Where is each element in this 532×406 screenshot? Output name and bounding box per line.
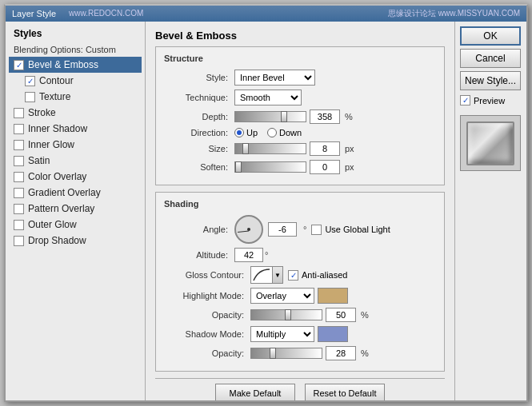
cancel-button[interactable]: Cancel — [460, 49, 521, 68]
title-bar-text: Layer Style — [12, 9, 56, 18]
shadow-opacity-input[interactable] — [326, 346, 356, 360]
direction-down-radio[interactable] — [267, 128, 277, 137]
main-content: Styles Blending Options: Custom ✓ Bevel … — [6, 22, 526, 400]
preview-area — [460, 115, 521, 171]
layer-item-pattern-overlay[interactable]: Pattern Overlay — [9, 201, 142, 217]
direction-label: Direction: — [164, 128, 228, 137]
style-row: Style: Inner Bevel Outer Bevel Emboss Pi… — [164, 70, 436, 86]
layer-style-dialog: Layer Style www.REDOCN.COM 思缘设计论坛 www.MI… — [4, 4, 528, 402]
blending-options[interactable]: Blending Options: Custom — [9, 42, 142, 57]
checkbox-stroke[interactable] — [14, 108, 24, 118]
center-panel: Bevel & Emboss Structure Style: Inner Be… — [146, 22, 454, 400]
direction-up-radio[interactable] — [234, 128, 244, 137]
checkbox-color-overlay[interactable] — [14, 172, 24, 182]
gloss-contour-preview[interactable] — [250, 266, 273, 284]
bottom-buttons: Make Default Reset to Default — [155, 378, 445, 400]
angle-input[interactable] — [268, 222, 297, 237]
layer-item-inner-glow[interactable]: Inner Glow — [9, 137, 142, 153]
checkbox-gradient-overlay[interactable] — [14, 188, 24, 198]
make-default-button[interactable]: Make Default — [215, 384, 295, 400]
shadow-opacity-slider-container: % — [250, 346, 369, 360]
technique-select[interactable]: Smooth Chisel Hard Chisel Soft — [234, 90, 302, 105]
layer-item-contour[interactable]: ✓ Contour — [9, 73, 142, 89]
checkbox-inner-glow[interactable] — [14, 140, 24, 150]
gloss-contour-dropdown[interactable]: ▼ — [272, 266, 283, 284]
size-unit: px — [345, 144, 354, 153]
highlight-mode-label: Highlight Mode: — [164, 291, 244, 301]
size-slider-container: px — [234, 141, 354, 156]
shadow-opacity-slider[interactable] — [250, 348, 322, 359]
checkbox-satin[interactable] — [14, 156, 24, 166]
soften-unit: px — [345, 162, 354, 172]
altitude-input[interactable] — [234, 248, 263, 262]
highlight-mode-row: Highlight Mode: Overlay Screen Normal — [164, 288, 436, 304]
ok-button[interactable]: OK — [460, 26, 521, 46]
highlight-color-swatch[interactable] — [318, 288, 348, 304]
direction-up-item[interactable]: Up — [234, 128, 258, 137]
altitude-label: Altitude: — [164, 250, 228, 260]
technique-label: Technique: — [164, 93, 228, 102]
checkbox-drop-shadow[interactable] — [14, 236, 24, 246]
layer-item-outer-glow[interactable]: Outer Glow — [9, 217, 142, 233]
layer-item-gradient-overlay[interactable]: Gradient Overlay — [9, 185, 142, 201]
direction-row: Direction: Up Down — [164, 128, 436, 137]
soften-slider[interactable] — [234, 161, 306, 173]
highlight-opacity-unit: % — [361, 310, 369, 320]
soften-input[interactable] — [310, 160, 340, 174]
anti-aliased-label[interactable]: ✓ Anti-aliased — [288, 270, 347, 281]
highlight-mode-select[interactable]: Overlay Screen Normal — [250, 288, 314, 304]
technique-row: Technique: Smooth Chisel Hard Chisel Sof… — [164, 90, 436, 105]
angle-unit: ° — [303, 225, 306, 234]
altitude-row: Altitude: ° — [164, 248, 436, 262]
preview-checkbox[interactable]: ✓ — [460, 95, 470, 105]
depth-slider-container: % — [234, 109, 353, 124]
reset-to-default-button[interactable]: Reset to Default — [305, 384, 385, 400]
left-panel: Styles Blending Options: Custom ✓ Bevel … — [6, 22, 146, 400]
shadow-mode-select[interactable]: Multiply Normal Screen — [250, 326, 314, 342]
section-title: Bevel & Emboss — [155, 30, 445, 42]
depth-label: Depth: — [164, 112, 228, 121]
size-slider[interactable] — [234, 143, 306, 154]
shadow-color-swatch[interactable] — [318, 326, 348, 342]
layer-item-bevel-emboss[interactable]: ✓ Bevel & Emboss — [9, 57, 142, 73]
direction-down-item[interactable]: Down — [267, 128, 302, 137]
checkbox-pattern-overlay[interactable] — [14, 204, 24, 214]
highlight-opacity-slider[interactable] — [250, 309, 322, 320]
layer-item-inner-shadow[interactable]: Inner Shadow — [9, 121, 142, 137]
checkbox-outer-glow[interactable] — [14, 220, 24, 230]
altitude-unit: ° — [265, 250, 268, 260]
global-light-checkbox[interactable] — [311, 225, 322, 235]
depth-input[interactable] — [310, 109, 340, 124]
direction-down-label: Down — [279, 128, 302, 137]
highlight-opacity-row: Opacity: % — [164, 308, 436, 322]
preview-inner — [466, 121, 514, 165]
gloss-contour-control[interactable]: ▼ — [250, 266, 283, 284]
shadow-opacity-unit: % — [361, 348, 369, 358]
depth-slider[interactable] — [234, 111, 306, 122]
title-bar-right: 思缘设计论坛 www.MISSYUAN.COM — [388, 8, 520, 19]
size-label: Size: — [164, 144, 228, 153]
checkbox-contour[interactable]: ✓ — [25, 76, 35, 86]
size-row: Size: px — [164, 141, 436, 156]
shadow-opacity-label: Opacity: — [164, 348, 244, 358]
styles-header: Styles — [9, 25, 142, 42]
depth-unit: % — [345, 112, 353, 121]
layer-item-texture[interactable]: Texture — [9, 89, 142, 105]
checkbox-bevel-emboss[interactable]: ✓ — [14, 60, 24, 70]
shadow-mode-row: Shadow Mode: Multiply Normal Screen — [164, 326, 436, 342]
preview-label-row: ✓ Preview — [460, 95, 522, 105]
new-style-button[interactable]: New Style... — [460, 71, 521, 90]
size-input[interactable] — [310, 141, 340, 156]
layer-item-color-overlay[interactable]: Color Overlay — [9, 169, 142, 185]
layer-item-drop-shadow[interactable]: Drop Shadow — [9, 233, 142, 249]
angle-circle[interactable] — [234, 215, 263, 244]
highlight-opacity-input[interactable] — [326, 308, 356, 322]
layer-item-satin[interactable]: Satin — [9, 153, 142, 169]
structure-title: Structure — [164, 54, 436, 63]
checkbox-texture[interactable] — [25, 92, 35, 102]
anti-aliased-checkbox[interactable]: ✓ — [288, 270, 298, 281]
checkbox-inner-shadow[interactable] — [14, 124, 24, 134]
layer-item-stroke[interactable]: Stroke — [9, 105, 142, 121]
global-light-label[interactable]: Use Global Light — [311, 225, 390, 235]
style-select[interactable]: Inner Bevel Outer Bevel Emboss Pillow Em… — [234, 70, 315, 86]
